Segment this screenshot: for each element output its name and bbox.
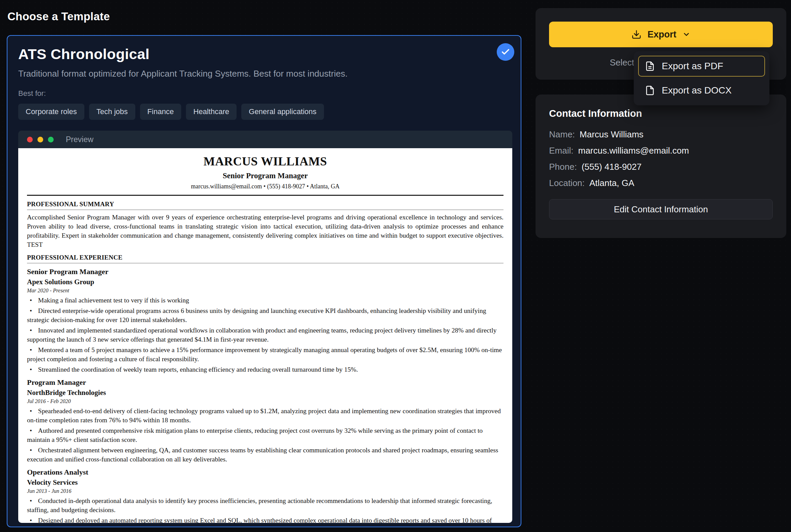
contact-label: Name: — [549, 129, 575, 140]
contact-value: (555) 418-9027 — [581, 162, 641, 172]
chevron-down-icon — [682, 31, 691, 38]
tag-healthcare: Healthcare — [186, 103, 236, 120]
job-entry: Program Manager NorthBridge Technologies… — [27, 378, 503, 464]
contact-information-panel: Contact Information Name: Marcus William… — [536, 95, 786, 238]
job-bullet: Spearheaded end-to-end delivery of clien… — [27, 406, 503, 425]
contact-row-name: Name: Marcus Williams — [549, 129, 773, 140]
tag-tech-jobs: Tech jobs — [89, 103, 135, 120]
section-heading-summary: PROFESSIONAL SUMMARY — [27, 201, 503, 210]
export-dropdown-menu: Export as PDF Export as DOCX — [634, 51, 769, 105]
contact-label: Location: — [549, 178, 585, 188]
resume-document: MARCUS WILLIAMS Senior Program Manager m… — [18, 148, 512, 523]
job-bullet: Mentored a team of 5 project managers to… — [27, 345, 503, 364]
job-company: NorthBridge Technologies — [27, 388, 503, 397]
tag-corporate-roles: Corporate roles — [18, 103, 84, 120]
job-bullet: Innovated and implemented standardized o… — [27, 326, 503, 344]
job-bullet: Authored and presented comprehensive ris… — [27, 426, 503, 444]
contact-label: Phone: — [549, 162, 577, 172]
job-bullet: Orchestrated alignment between engineeri… — [27, 445, 503, 464]
job-entry: Operations Analyst Velocity Services Jun… — [27, 468, 503, 523]
menu-item-label: Export as DOCX — [662, 85, 732, 96]
job-bullet: Designed and deployed an automated repor… — [27, 516, 503, 523]
contact-value: marcus.williams@email.com — [578, 146, 689, 156]
job-bullet: Conducted in-depth operational data anal… — [27, 496, 503, 514]
preview-titlebar: Preview — [18, 131, 512, 148]
template-card-ats-chronological[interactable]: ATS Chronological Traditional format opt… — [7, 35, 521, 527]
contact-row-location: Location: Atlanta, GA — [549, 178, 773, 188]
job-dates: Mar 2020 - Present — [27, 288, 503, 294]
job-dates: Jun 2013 - Jun 2016 — [27, 488, 503, 494]
template-description: Traditional format optimized for Applica… — [18, 69, 510, 79]
file-icon — [645, 86, 655, 96]
preview-label: Preview — [66, 135, 94, 144]
download-icon — [631, 30, 641, 39]
contact-row-email: Email: marcus.williams@email.com — [549, 146, 773, 156]
best-for-label: Best for: — [18, 89, 510, 98]
job-bullet: Streamlined the coordination of weekly t… — [27, 365, 503, 374]
resume-name: MARCUS WILLIAMS — [27, 154, 503, 168]
job-bullet: Making a final achievement test to very … — [27, 296, 503, 305]
tag-list: Corporate roles Tech jobs Finance Health… — [18, 103, 510, 120]
selected-check-badge — [497, 43, 514, 61]
menu-item-label: Export as PDF — [662, 61, 723, 72]
page-title: Choose a Template — [7, 10, 110, 23]
menu-item-export-pdf[interactable]: Export as PDF — [638, 56, 765, 77]
job-bullet: Directed enterprise-wide operational pro… — [27, 306, 503, 324]
contact-rows: Name: Marcus Williams Email: marcus.will… — [549, 129, 773, 188]
job-title: Senior Program Manager — [27, 267, 503, 276]
export-button-label: Export — [648, 30, 677, 40]
summary-text: Accomplished Senior Program Manager with… — [27, 213, 503, 249]
contact-row-phone: Phone: (555) 418-9027 — [549, 162, 773, 172]
traffic-dot-red-icon — [27, 137, 33, 142]
resume-contact-line: marcus.williams@email.com • (555) 418-90… — [27, 183, 503, 190]
tag-general-applications: General applications — [241, 103, 324, 120]
job-title: Operations Analyst — [27, 468, 503, 477]
job-entry: Senior Program Manager Apex Solutions Gr… — [27, 267, 503, 374]
job-dates: Jul 2016 - Feb 2020 — [27, 398, 503, 404]
traffic-dot-green-icon — [48, 137, 54, 142]
export-button[interactable]: Export — [549, 22, 773, 47]
contact-value: Atlanta, GA — [590, 178, 634, 188]
resume-job-title: Senior Program Manager — [27, 171, 503, 180]
contact-panel-title: Contact Information — [549, 108, 773, 119]
file-text-icon — [645, 61, 655, 71]
job-company: Velocity Services — [27, 478, 503, 487]
check-icon — [501, 47, 510, 57]
traffic-dot-yellow-icon — [37, 137, 43, 142]
edit-contact-button[interactable]: Edit Contact Information — [549, 199, 773, 220]
section-heading-experience: PROFESSIONAL EXPERIENCE — [27, 254, 503, 263]
job-bullets: Conducted in-depth operational data anal… — [27, 496, 503, 523]
menu-item-export-docx[interactable]: Export as DOCX — [638, 80, 765, 101]
resume-header: MARCUS WILLIAMS Senior Program Manager m… — [27, 154, 503, 196]
template-title: ATS Chronological — [18, 46, 510, 62]
job-company: Apex Solutions Group — [27, 278, 503, 286]
resume-preview-window: Preview MARCUS WILLIAMS Senior Program M… — [18, 131, 512, 523]
job-bullets: Spearheaded end-to-end delivery of clien… — [27, 406, 503, 464]
contact-label: Email: — [549, 146, 573, 156]
job-bullets: Making a final achievement test to very … — [27, 296, 503, 374]
job-title: Program Manager — [27, 378, 503, 387]
contact-value: Marcus Williams — [580, 129, 643, 140]
tag-finance: Finance — [140, 103, 181, 120]
